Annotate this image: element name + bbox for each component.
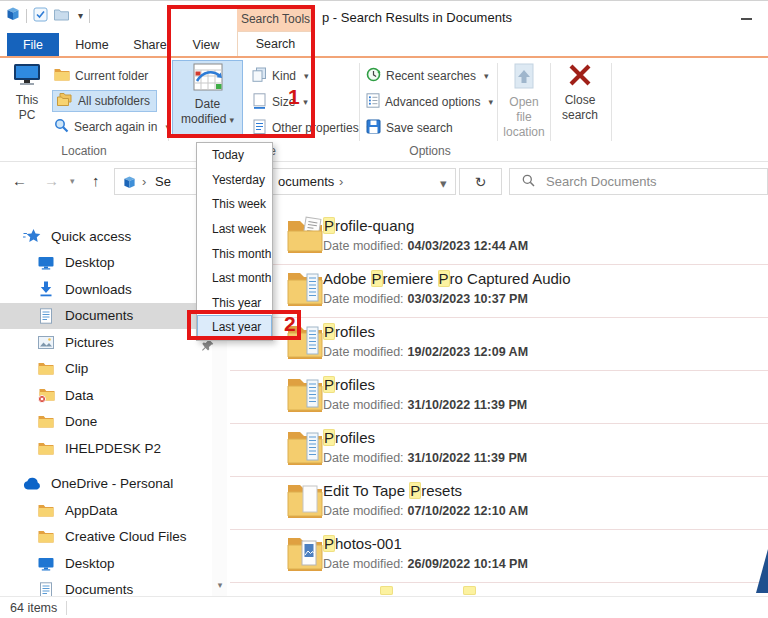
sidebar-item-clip[interactable]: Clip (0, 356, 212, 383)
folder-icon (36, 415, 56, 428)
sidebar-item-quick-access[interactable]: Quick access (0, 223, 212, 250)
sidebar-item-pictures[interactable]: Pictures (0, 329, 212, 356)
folder-icon (36, 530, 56, 543)
status-separator (66, 601, 67, 615)
chevron-down-icon: ▾ (484, 72, 489, 81)
sidebar-item-appdata[interactable]: AppData (0, 497, 212, 524)
save-search-button[interactable]: Save search (366, 117, 453, 139)
result-date: Date modified:31/10/2022 11:39 PM (323, 398, 527, 412)
this-pc-button[interactable]: This PC (6, 61, 48, 137)
folderblue-icon (286, 374, 324, 416)
open-file-location-button[interactable]: Open file location (500, 61, 548, 137)
sidebar-item-label: Done (65, 414, 97, 429)
refresh-button[interactable]: ↻ (459, 168, 502, 195)
advanced-options-button[interactable]: Advanced options ▾ (366, 91, 493, 113)
image-icon (36, 336, 56, 349)
sidebar-item-desktop[interactable]: Desktop (0, 550, 212, 577)
menu-item-this-week[interactable]: This week (197, 192, 272, 217)
result-row[interactable]: ProfilesDate modified:31/10/2022 11:39 P… (230, 371, 768, 424)
folderpage-icon (286, 480, 324, 522)
minimize-button[interactable] (734, 13, 758, 25)
result-row[interactable]: Adobe Premiere Pro Captured AudioDate mo… (230, 265, 768, 318)
results-list: Profile-quangDate modified:04/03/2023 12… (230, 212, 768, 583)
quick-access-toolbar: ▾ (6, 8, 90, 24)
tab-home[interactable]: Home (64, 33, 120, 56)
result-date: Date modified:03/03/2023 10:37 PM (323, 292, 528, 306)
forward-button[interactable]: → (44, 173, 59, 188)
search-again-in-button[interactable]: Search again in ▾ (54, 116, 170, 138)
result-row[interactable]: Edit To Tape PresetsDate modified:07/10/… (230, 477, 768, 530)
menu-item-last-week[interactable]: Last week (197, 217, 272, 242)
sidebar-item-downloads[interactable]: Downloads (0, 276, 212, 303)
result-title: Profiles (323, 429, 375, 446)
result-title: Photos-001 (323, 535, 402, 552)
sidebar-list: Quick accessDesktopDownloadsDocumentsPic… (0, 223, 212, 603)
search-box[interactable] (509, 168, 768, 195)
result-row[interactable]: ProfilesDate modified:31/10/2022 11:39 P… (230, 424, 768, 477)
result-row[interactable]: ProfilesDate modified:19/02/2023 12:09 A… (230, 318, 768, 371)
breadcrumb-cube-icon (123, 175, 136, 193)
sidebar-item-label: Downloads (65, 282, 132, 297)
clipped-logo (756, 549, 768, 593)
download-icon (36, 281, 56, 297)
sidebar-item-label: IHELPDESK P2 (65, 441, 161, 456)
monitor-icon (36, 255, 56, 270)
cloud-icon (22, 477, 42, 490)
menu-item-last-month[interactable]: Last month (197, 266, 272, 291)
sidebar-item-label: Creative Cloud Files (65, 529, 187, 544)
sidebar-item-label: Pictures (65, 335, 114, 350)
status-bar (0, 596, 768, 618)
menu-item-yesterday[interactable]: Yesterday (197, 168, 272, 193)
breadcrumb[interactable]: › Se ocuments › ▾ (114, 168, 456, 195)
all-subfolders-button[interactable]: All subfolders (52, 90, 157, 112)
recent-searches-button[interactable]: Recent searches ▾ (366, 65, 489, 87)
new-folder-icon[interactable] (54, 7, 69, 25)
result-date: Date modified:31/10/2022 11:39 PM (323, 451, 527, 465)
recent-locations-caret-icon[interactable]: ▾ (70, 177, 75, 186)
breadcrumb-separator: › (142, 174, 146, 189)
save-search-icon (366, 119, 381, 137)
qat-customize-caret-icon[interactable]: ▾ (78, 11, 83, 21)
breadcrumb-separator: › (339, 174, 343, 189)
result-date: Date modified:04/03/2023 12:44 AM (323, 239, 528, 253)
sidebar-item-done[interactable]: Done (0, 409, 212, 436)
result-row[interactable]: Photos-001Date modified:26/09/2022 10:14… (230, 530, 768, 583)
close-search-button[interactable]: Close search (552, 61, 608, 139)
folder-icon (36, 442, 56, 455)
monitor-icon (36, 556, 56, 571)
back-button[interactable]: ← (12, 173, 27, 188)
properties-checkbox-icon[interactable] (33, 7, 48, 26)
subfolders-icon (57, 93, 73, 110)
group-separator (550, 63, 551, 141)
computer-icon (6, 63, 48, 91)
annotation-label-1: 1 (288, 85, 300, 109)
sidebar-item-data[interactable]: Data (0, 382, 212, 409)
search-input[interactable] (544, 173, 748, 190)
explorer-cube-icon[interactable] (6, 7, 20, 25)
chevron-down-icon: ▾ (488, 98, 493, 107)
minimize-icon (741, 18, 752, 20)
advanced-options-icon (366, 93, 380, 111)
tab-file[interactable]: File (7, 33, 59, 56)
sidebar-item-onedrive-personal[interactable]: OneDrive - Personal (0, 471, 212, 498)
close-icon (552, 63, 608, 91)
sidebar-item-desktop[interactable]: Desktop (0, 250, 212, 277)
menu-item-this-month[interactable]: This month (197, 241, 272, 266)
menu-item-today[interactable]: Today (197, 143, 272, 168)
result-title: Profiles (323, 376, 375, 393)
scroll-down-icon[interactable]: ▾ (214, 579, 226, 591)
sidebar-item-label: Desktop (65, 556, 115, 571)
result-row[interactable]: Profile-quangDate modified:04/03/2023 12… (230, 212, 768, 265)
folder-icon (36, 504, 56, 517)
search-again-icon (54, 118, 69, 136)
sidebar-item-creative-cloud-files[interactable]: Creative Cloud Files (0, 524, 212, 551)
up-button[interactable]: ↑ (92, 173, 100, 188)
sidebar-item-ihelpdesk-p2[interactable]: IHELPDESK P2 (0, 435, 212, 462)
sidebar-item-label: Quick access (51, 229, 131, 244)
current-folder-button[interactable]: Current folder (54, 65, 148, 87)
sidebar-item-label: Data (65, 388, 94, 403)
sidebar-item-documents[interactable]: Documents (0, 303, 212, 330)
address-dropdown-caret-icon[interactable]: ▾ (440, 177, 447, 190)
result-date: Date modified:26/09/2022 10:14 PM (323, 557, 528, 571)
items-count: 64 items (10, 601, 57, 615)
